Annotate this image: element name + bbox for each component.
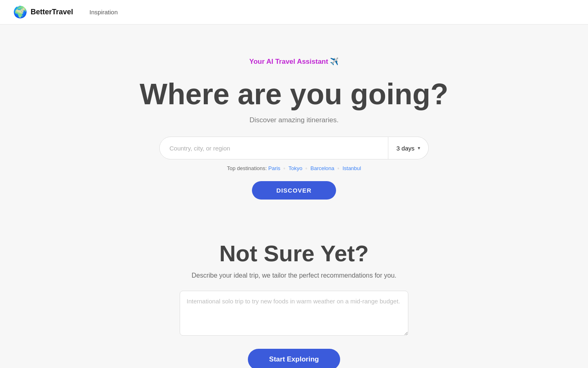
navbar: 🌍 BetterTravel Inspiration: [0, 0, 588, 25]
start-exploring-button[interactable]: Start Exploring: [248, 349, 340, 368]
search-area: 3 days ▾: [159, 137, 429, 159]
separator-1: ◦: [282, 165, 287, 171]
main-content: Your AI Travel Assistant ✈️ Where are yo…: [0, 25, 588, 368]
not-sure-subtitle: Describe your ideal trip, we tailor the …: [192, 272, 396, 279]
separator-2: ◦: [304, 165, 309, 171]
search-input[interactable]: [169, 145, 378, 152]
nav-links: Inspiration: [89, 9, 118, 16]
trip-description-textarea[interactable]: [180, 291, 408, 336]
ai-badge: Your AI Travel Assistant ✈️: [249, 57, 339, 66]
trip-textarea-wrapper: [180, 291, 408, 337]
not-sure-title: Not Sure Yet?: [219, 240, 369, 267]
hero-subtitle: Discover amazing itineraries.: [249, 116, 339, 124]
chevron-down-icon: ▾: [418, 145, 420, 151]
destination-barcelona[interactable]: Barcelona: [310, 165, 334, 171]
destination-istanbul[interactable]: Istanbul: [343, 165, 361, 171]
logo-text: BetterTravel: [31, 8, 73, 16]
hero-section: Your AI Travel Assistant ✈️ Where are yo…: [0, 49, 588, 224]
search-input-wrapper: [159, 137, 388, 159]
days-label: 3 days: [396, 145, 414, 152]
hero-title: Where are you going?: [140, 78, 448, 110]
nav-link-inspiration[interactable]: Inspiration: [89, 9, 118, 16]
globe-icon: 🌍: [13, 7, 27, 18]
separator-3: ◦: [336, 165, 341, 171]
destination-tokyo[interactable]: Tokyo: [288, 165, 302, 171]
discover-button[interactable]: DISCOVER: [252, 181, 336, 200]
not-sure-section: Not Sure Yet? Describe your ideal trip, …: [0, 232, 588, 368]
top-destinations-prefix: Top destinations:: [227, 165, 267, 171]
days-selector[interactable]: 3 days ▾: [388, 137, 429, 159]
top-destinations: Top destinations: Paris ◦ Tokyo ◦ Barcel…: [227, 165, 361, 171]
logo[interactable]: 🌍 BetterTravel: [13, 7, 73, 18]
destination-paris[interactable]: Paris: [268, 165, 281, 171]
